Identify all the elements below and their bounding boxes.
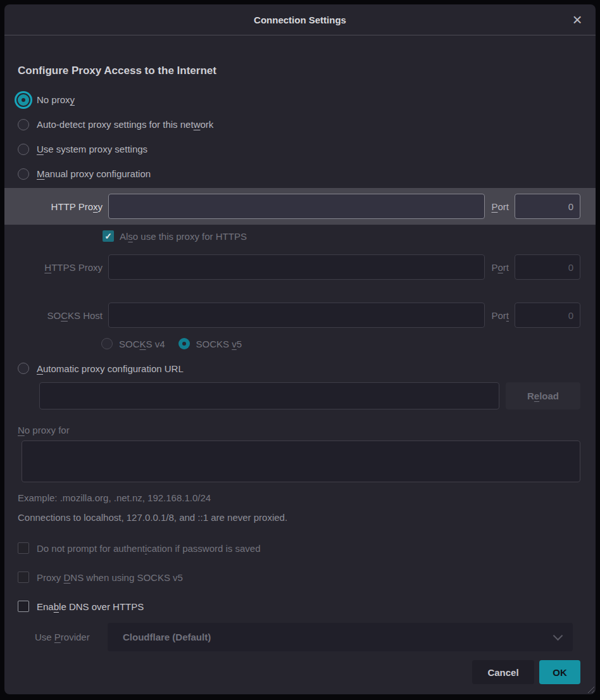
chevron-down-icon (553, 631, 563, 641)
checkbox-icon (18, 601, 29, 612)
cancel-button[interactable]: Cancel (472, 660, 534, 684)
dialog-title: Connection Settings (254, 15, 346, 25)
checkbox-label: Proxy DNS when using SOCKS v5 (37, 572, 183, 583)
radio-icon (18, 144, 29, 155)
checkbox-icon (18, 572, 29, 583)
radio-icon-socks-v4[interactable] (101, 338, 113, 349)
socks-port-input[interactable] (515, 303, 580, 328)
autoconfig-url-input[interactable] (39, 382, 499, 409)
radio-system-proxy[interactable]: Use system proxy settings (4, 137, 596, 161)
no-proxy-for-textarea[interactable] (22, 441, 580, 482)
socks-v5-label: SOCKS v5 (196, 339, 242, 349)
no-proxy-example-text: Example: .mozilla.org, .net.nz, 192.168.… (18, 492, 596, 503)
radio-manual-proxy[interactable]: Manual proxy configuration (4, 161, 596, 186)
https-port-input[interactable] (515, 254, 580, 280)
dialog-titlebar: Connection Settings × (4, 4, 596, 35)
radio-label: Manual proxy configuration (37, 168, 151, 179)
checkbox-label: Do not prompt for authentication if pass… (37, 543, 261, 554)
autoconfig-url-row: Reload (4, 382, 596, 409)
radio-icon (18, 94, 29, 106)
provider-selected-value: Cloudflare (Default) (123, 632, 554, 642)
dialog-footer: Cancel OK (4, 660, 596, 684)
https-proxy-input[interactable] (108, 254, 485, 280)
reload-button[interactable]: Reload (506, 382, 580, 409)
checkbox-label: Enable DNS over HTTPS (37, 601, 144, 612)
radio-icon-socks-v5[interactable] (178, 338, 190, 349)
doh-provider-row: Use Provider Cloudflare (Default) (35, 623, 573, 651)
proxy-mode-group: No proxy Auto-detect proxy settings for … (4, 87, 596, 186)
option-no-prompt-auth[interactable]: Do not prompt for authentication if pass… (18, 537, 596, 559)
socks-host-label: SOCKS Host (18, 310, 103, 321)
radio-auto-detect[interactable]: Auto-detect proxy settings for this netw… (4, 112, 596, 137)
no-proxy-for-label: No proxy for (18, 425, 596, 437)
page-title: Configure Proxy Access to the Internet (18, 63, 596, 78)
checkbox-label: Also use this proxy for HTTPS (120, 231, 247, 242)
http-port-label: Port (491, 201, 509, 212)
socks-host-input[interactable] (108, 303, 485, 328)
http-port-input[interactable] (515, 194, 580, 219)
localhost-note-text: Connections to localhost, 127.0.0.1/8, a… (18, 512, 596, 523)
use-provider-label: Use Provider (35, 632, 101, 642)
https-proxy-row: HTTPS Proxy Port (4, 249, 596, 285)
http-proxy-row: HTTP Proxy Port (4, 188, 596, 225)
socks-version-group: SOCKS v4 SOCKS v5 (101, 334, 596, 353)
socks-v4-label: SOCKS v4 (119, 339, 165, 349)
checkbox-checked-icon (103, 230, 114, 242)
radio-label: Auto-detect proxy settings for this netw… (37, 119, 213, 130)
radio-label: Automatic proxy configuration URL (37, 363, 184, 374)
radio-icon (18, 363, 29, 374)
provider-select[interactable]: Cloudflare (Default) (108, 623, 573, 651)
socks-port-label: Port (491, 310, 509, 321)
socks-host-row: SOCKS Host Port (4, 297, 596, 333)
https-port-label: Port (491, 262, 509, 273)
resize-grip[interactable] (586, 685, 594, 693)
radio-no-proxy[interactable]: No proxy (4, 87, 596, 112)
ok-button[interactable]: OK (539, 660, 580, 684)
option-enable-doh[interactable]: Enable DNS over HTTPS (18, 595, 596, 618)
also-use-for-https-row[interactable]: Also use this proxy for HTTPS (103, 227, 596, 246)
https-proxy-label: HTTPS Proxy (18, 262, 103, 273)
radio-icon (18, 119, 29, 130)
option-proxy-dns-socks5[interactable]: Proxy DNS when using SOCKS v5 (18, 566, 596, 589)
radio-label: Use system proxy settings (37, 144, 147, 154)
close-icon[interactable]: × (568, 10, 587, 29)
checkbox-icon (18, 542, 29, 554)
connection-settings-dialog: Connection Settings × Configure Proxy Ac… (4, 4, 596, 694)
radio-icon (18, 168, 29, 180)
http-proxy-label: HTTP Proxy (18, 201, 103, 212)
radio-autoconfig-url[interactable]: Automatic proxy configuration URL (4, 358, 596, 378)
radio-label: No proxy (37, 94, 75, 105)
http-proxy-input[interactable] (108, 194, 485, 219)
